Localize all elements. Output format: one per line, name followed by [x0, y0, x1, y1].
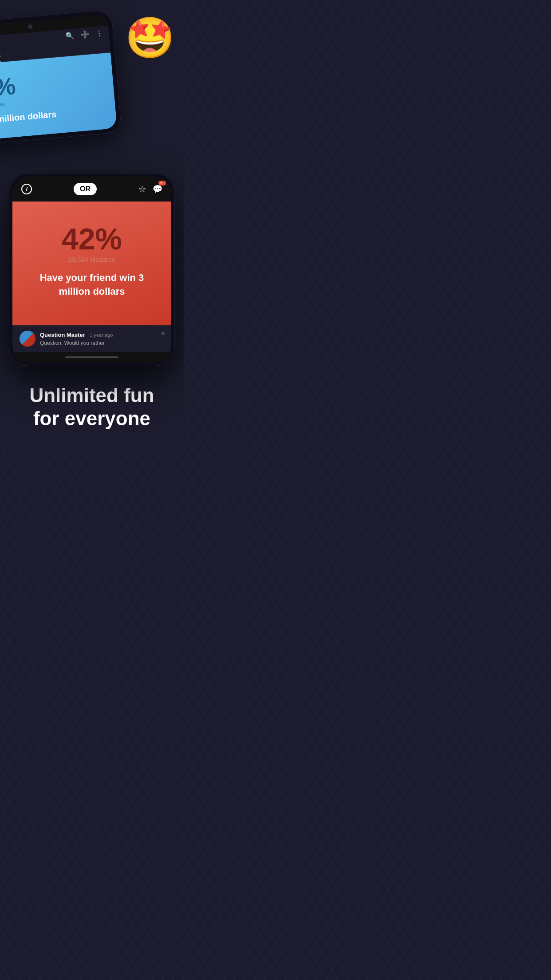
camera-dot [28, 24, 33, 29]
or-nav-bar: i OR ☆ 💬 9+ [12, 177, 171, 202]
emoji-decoration: 🤩 [125, 18, 175, 58]
more-icon[interactable]: ⋮ [95, 29, 103, 38]
red-choice-text: Have your friend win 3 million dollars [25, 271, 159, 299]
home-indicator [12, 352, 171, 363]
tagline-line2: for everyone [9, 407, 175, 431]
add-icon[interactable]: ➕ [80, 30, 90, 40]
comment-preview: × Question Master 1 year ago Question: W… [12, 325, 171, 352]
comment-time: 1 year ago [90, 332, 113, 338]
red-percentage: 42% [25, 224, 159, 254]
tagline-line1: Unlimited fun [9, 384, 175, 407]
close-icon[interactable]: × [161, 330, 165, 338]
main-phone-area: i OR ☆ 💬 9+ 42% 23,524 di [0, 173, 184, 366]
blue-choice-text: Win 1 million dollars [0, 105, 106, 127]
comment-text: Question: Would you rather [40, 340, 113, 346]
comment-author: Question Master [40, 332, 85, 338]
top-phone-area: 🤩 ou Rather 🔍 [0, 9, 184, 182]
star-eyes-emoji: 🤩 [125, 16, 175, 60]
top-phone-outer: ou Rather 🔍 ➕ ⋮ Rising Fresh [0, 9, 122, 146]
blue-option-card[interactable]: 58% 33,149 agree Win 1 million dollars [0, 53, 117, 142]
info-icon[interactable]: i [21, 184, 32, 194]
disagree-count: 23,524 disagree [25, 256, 159, 263]
avatar [20, 331, 35, 347]
bookmark-icon[interactable]: ☆ [138, 184, 146, 194]
header-icons: 🔍 ➕ ⋮ [65, 29, 103, 40]
comment-button[interactable]: 💬 9+ [153, 184, 162, 194]
tab-fresh[interactable]: Fresh [0, 50, 1, 63]
page-container: 🤩 ou Rather 🔍 [0, 0, 184, 453]
tagline-text: Unlimited fun for everyone [9, 384, 175, 431]
top-phone-frame: ou Rather 🔍 ➕ ⋮ Rising Fresh [0, 9, 122, 146]
comment-info: Question Master 1 year ago Question: Wou… [40, 331, 113, 346]
content-wrapper: 🤩 ou Rather 🔍 [0, 0, 184, 453]
comment-badge: 9+ [158, 181, 166, 186]
chat-icon: 💬 [153, 185, 162, 194]
red-option-card[interactable]: 42% 23,524 disagree Have your friend win… [12, 202, 171, 325]
tagline-section: Unlimited fun for everyone [0, 366, 184, 453]
or-logo-badge: OR [74, 183, 97, 195]
action-buttons: ☆ 💬 9+ [138, 184, 162, 194]
comment-header: Question Master 1 year ago [40, 331, 113, 339]
search-icon[interactable]: 🔍 [65, 32, 75, 41]
top-phone-inner: ou Rather 🔍 ➕ ⋮ Rising Fresh [0, 14, 117, 142]
main-phone-inner: i OR ☆ 💬 9+ 42% 23,524 di [12, 177, 171, 363]
main-phone-frame: i OR ☆ 💬 9+ 42% 23,524 di [9, 173, 175, 366]
home-bar [65, 356, 118, 358]
